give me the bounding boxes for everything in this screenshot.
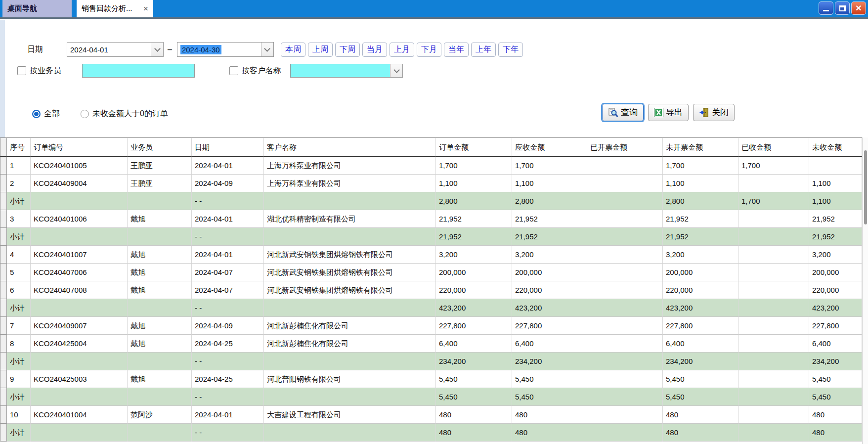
cell[interactable]: 戴旭 [128, 317, 192, 335]
cell[interactable]: 戴旭 [128, 370, 192, 388]
cell[interactable]: 湖北优科精密制造有限公司 [264, 210, 436, 228]
cell[interactable] [128, 192, 192, 210]
cell[interactable]: 河北新彭楠焦化有限公司 [264, 335, 436, 353]
cell[interactable] [264, 299, 436, 317]
cell[interactable]: 21,952 [663, 228, 738, 246]
scope-radio-option[interactable]: 未收金额大于0的订单 [81, 109, 168, 119]
cell[interactable]: 3,200 [512, 246, 587, 264]
row-selector[interactable] [0, 424, 7, 442]
cell[interactable]: 河北新武安钢铁集团烘熔钢铁有限公司 [264, 281, 436, 299]
cell[interactable]: 21,952 [809, 210, 862, 228]
cell[interactable]: 2024-04-01 [192, 406, 264, 424]
cell[interactable] [738, 299, 809, 317]
cell[interactable]: 大吉建设工程有限公司 [264, 406, 436, 424]
cell[interactable]: 2024-04-25 [192, 335, 264, 353]
export-button[interactable]: 导出 [648, 104, 689, 121]
cell[interactable] [738, 246, 809, 264]
cell[interactable]: 5,450 [663, 388, 738, 406]
cell[interactable]: 9 [7, 370, 31, 388]
date-to-select[interactable]: 2024-04-30 [177, 42, 274, 57]
cell[interactable] [738, 210, 809, 228]
cell[interactable] [128, 299, 192, 317]
cell[interactable] [264, 388, 436, 406]
row-selector[interactable] [0, 157, 7, 175]
row-selector[interactable] [0, 353, 7, 370]
row-selector[interactable] [0, 281, 7, 299]
cell[interactable] [264, 424, 436, 442]
cell[interactable]: KCO240401005 [31, 157, 128, 175]
cell[interactable]: 2024-04-25 [192, 370, 264, 388]
cell[interactable]: 1,700 [512, 157, 587, 175]
cell[interactable]: 10 [7, 406, 31, 424]
cell[interactable]: KCO240401006 [31, 210, 128, 228]
row-selector[interactable] [0, 228, 7, 246]
cell[interactable]: 3,200 [809, 246, 862, 264]
cell[interactable]: 1,700 [436, 157, 512, 175]
cell[interactable]: 6,400 [512, 335, 587, 353]
cell[interactable] [587, 210, 663, 228]
cell[interactable]: 6 [7, 281, 31, 299]
cell[interactable]: 2,800 [436, 192, 512, 210]
by-salesman-checkbox-wrap[interactable]: 按业务员 [17, 66, 61, 76]
cell[interactable]: 21,952 [809, 228, 862, 246]
radio-unselected-icon[interactable] [81, 110, 89, 118]
cell[interactable] [738, 424, 809, 442]
quick-range-button[interactable]: 上周 [308, 43, 333, 57]
cell[interactable]: 1,100 [663, 175, 738, 192]
cell[interactable] [31, 228, 128, 246]
row-selector[interactable] [0, 192, 7, 210]
cell[interactable] [587, 175, 663, 192]
cell[interactable]: 2024-04-09 [192, 317, 264, 335]
cell[interactable] [128, 424, 192, 442]
cell[interactable]: 1,700 [738, 192, 809, 210]
quick-range-button[interactable]: 下年 [498, 43, 523, 57]
cell[interactable]: 2024-04-07 [192, 264, 264, 281]
cell[interactable]: 2024-04-01 [192, 210, 264, 228]
cell[interactable]: 21,952 [436, 228, 512, 246]
cell[interactable]: 范阿沙 [128, 406, 192, 424]
cell[interactable]: 上海万科泵业有限公司 [264, 157, 436, 175]
cell[interactable]: 21,952 [512, 210, 587, 228]
cell[interactable] [264, 228, 436, 246]
cell[interactable]: 3,200 [436, 246, 512, 264]
cell[interactable]: 小计 [7, 353, 31, 370]
cell[interactable]: - - [192, 424, 264, 442]
by-customer-checkbox-wrap[interactable]: 按客户名称 [229, 66, 281, 76]
cell[interactable] [738, 175, 809, 192]
cell[interactable] [587, 424, 663, 442]
quick-range-button[interactable]: 当月 [362, 43, 387, 57]
cell[interactable]: KCO240409007 [31, 317, 128, 335]
quick-range-button[interactable]: 下周 [335, 43, 360, 57]
cell[interactable] [738, 317, 809, 335]
row-selector[interactable] [0, 317, 7, 335]
cell[interactable]: 河北新武安钢铁集团烘熔钢铁有限公司 [264, 264, 436, 281]
cell[interactable]: - - [192, 228, 264, 246]
cell[interactable] [587, 370, 663, 388]
cell[interactable]: KCO240401004 [31, 406, 128, 424]
cell[interactable]: 小计 [7, 424, 31, 442]
cell[interactable]: 2024-04-07 [192, 281, 264, 299]
cell[interactable]: 戴旭 [128, 335, 192, 353]
row-selector[interactable] [0, 406, 7, 424]
scope-radio-option[interactable]: 全部 [32, 109, 60, 119]
cell[interactable] [264, 353, 436, 370]
cell[interactable]: 480 [663, 406, 738, 424]
cell[interactable]: 220,000 [663, 281, 738, 299]
cell[interactable] [31, 388, 128, 406]
column-header[interactable]: 未开票金额 [663, 138, 738, 157]
cell[interactable] [587, 281, 663, 299]
cell[interactable]: 5,450 [436, 370, 512, 388]
cell[interactable]: 1 [7, 157, 31, 175]
cell[interactable]: 6,400 [436, 335, 512, 353]
quick-range-button[interactable]: 下月 [417, 43, 441, 57]
cell[interactable] [587, 228, 663, 246]
cell[interactable]: 6,400 [663, 335, 738, 353]
cell[interactable] [738, 281, 809, 299]
cell[interactable]: 480 [512, 424, 587, 442]
cell[interactable] [31, 299, 128, 317]
cell[interactable]: 2,800 [663, 192, 738, 210]
column-header[interactable]: 业务员 [128, 138, 192, 157]
cell[interactable]: 7 [7, 317, 31, 335]
column-header[interactable]: 日期 [192, 138, 264, 157]
cell[interactable]: 227,800 [512, 317, 587, 335]
